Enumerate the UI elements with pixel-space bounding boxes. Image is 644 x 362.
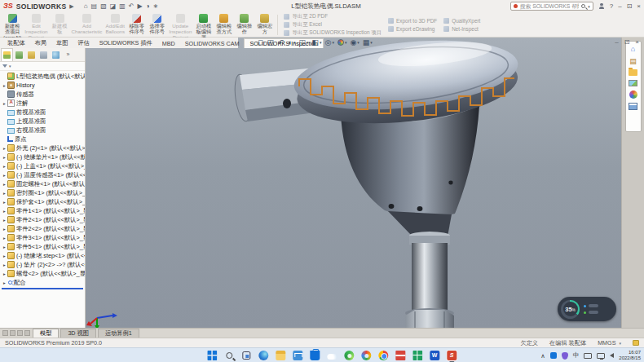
tree-item[interactable]: History: [2, 81, 85, 90]
expand-arrow-icon[interactable]: [2, 280, 7, 285]
tree-item[interactable]: 密封圈<1> (默认<<默认>_显示状: [2, 188, 85, 197]
custom-properties-icon[interactable]: [629, 103, 637, 110]
tree-item[interactable]: 零件2<2> (默认<<默认>_显示状: [2, 224, 85, 233]
apply-scene-icon[interactable]: ◉: [350, 38, 359, 46]
remove-balloons-button[interactable]: 移除零 件序号: [126, 13, 147, 37]
previous-view-icon[interactable]: ↶: [278, 38, 285, 46]
export-edrawing-button[interactable]: Export eDrawing: [388, 25, 437, 33]
tree-item[interactable]: 原点: [2, 135, 85, 143]
tree-item[interactable]: 传感器: [2, 90, 85, 99]
tag-icon[interactable]: [633, 340, 639, 346]
tree-item[interactable]: 配合: [2, 278, 85, 287]
help-search-input[interactable]: 搜索 SOLIDWORKS 帮助 ▾: [510, 2, 593, 11]
network-display-icon[interactable]: [597, 353, 605, 359]
edit-inspection-method-button[interactable]: 编辑检 查方式: [214, 13, 234, 37]
chrome-icon[interactable]: [377, 350, 389, 361]
dimxpertmanager-tab[interactable]: [37, 48, 50, 61]
tab-nav-button[interactable]: [24, 330, 30, 336]
section-view-icon[interactable]: ◐: [289, 38, 296, 46]
tree-item[interactable]: (-) 绝缘堵.step<1> (默认<<默认>_: [2, 251, 85, 260]
tree-item[interactable]: 零件3<1> (默认<<默认>_显示状: [2, 233, 85, 242]
edit-inspection-project-button[interactable]: Edit Inspection Project: [23, 13, 49, 37]
tray-app-blue-icon[interactable]: [550, 352, 557, 359]
task-view-icon[interactable]: [240, 350, 252, 361]
tray-security-shield-icon[interactable]: [562, 352, 568, 360]
ribbon-tab[interactable]: 草图: [51, 38, 73, 48]
qualityxpert-button[interactable]: QualityXpert: [443, 17, 480, 24]
ime-indicator[interactable]: 中: [573, 351, 580, 360]
doc-close-icon[interactable]: ×: [635, 38, 639, 46]
configurationmanager-tab[interactable]: [25, 48, 37, 61]
featuremanager-tab[interactable]: [1, 48, 13, 61]
zoom-fit-icon[interactable]: □: [258, 38, 263, 46]
display-settings-icon[interactable]: ◑: [146, 2, 151, 10]
edit-operation-button[interactable]: 编辑操 作: [234, 13, 254, 37]
export-2d-pdf-button[interactable]: 导出至 2D PDF: [284, 13, 382, 20]
tab-nav-button[interactable]: [17, 330, 23, 336]
expand-arrow-icon[interactable]: [2, 182, 7, 187]
tab-nav-button[interactable]: [10, 330, 15, 336]
zoom-area-icon[interactable]: ◰: [267, 38, 275, 46]
close-button[interactable]: ×: [637, 2, 641, 10]
panel-tabs-overflow[interactable]: »: [62, 48, 74, 61]
tree-item[interactable]: (-) 垫片 (2)<2> ->? (默认<<默认>_: [2, 260, 85, 269]
expand-arrow-icon[interactable]: [2, 227, 7, 232]
search-icon[interactable]: [223, 350, 235, 361]
touch-keyboard-icon[interactable]: [584, 353, 592, 359]
browser-ring-icon[interactable]: [360, 350, 372, 361]
update-inspection-project-button[interactable]: Update Inspection Project: [167, 13, 193, 37]
view-palette-icon[interactable]: [629, 80, 637, 86]
export-3d-pdf-button[interactable]: Export to 3D PDF: [388, 17, 437, 24]
tree-item[interactable]: (-) 温度传感器<1> (默认<<默认>_: [2, 170, 85, 179]
graphics-viewport[interactable]: □ ◰ ↶ ◐ ◫ ◧ ◎ ◉ ▦ 35%: [86, 38, 621, 328]
expand-arrow-icon[interactable]: [2, 209, 7, 214]
home-icon[interactable]: ⌂: [84, 2, 89, 10]
device-battery-widget[interactable]: 35%: [558, 297, 616, 321]
new-inspection-project-button[interactable]: 新建检 查项目 (amp;N): [2, 13, 23, 37]
expand-arrow-icon[interactable]: [2, 83, 7, 88]
edit-macro-button[interactable]: 编辑宏 方: [254, 13, 275, 37]
tree-item[interactable]: 零件2<1> (默认<<默认>_显示状: [2, 215, 85, 224]
minimize-button[interactable]: –: [618, 2, 621, 10]
add-edit-balloons-button[interactable]: Add/Edit Balloons: [104, 13, 126, 37]
ribbon-tab[interactable]: 评估: [73, 38, 94, 48]
print-icon[interactable]: ▥: [119, 2, 126, 10]
open-document-icon[interactable]: ▧: [100, 2, 108, 10]
ribbon-tab[interactable]: MBD: [157, 38, 180, 48]
taskbar-clock[interactable]: 16:07 2022/8/15: [619, 350, 641, 361]
display-style-icon[interactable]: ◧: [311, 38, 321, 46]
new-template-button[interactable]: 新建模 板: [50, 13, 70, 37]
expand-arrow-icon[interactable]: [2, 200, 7, 205]
tree-root-item[interactable]: L型铠装热电偶 (默认<默认_显示状态-1: [2, 72, 85, 81]
new-document-icon[interactable]: ▤: [91, 2, 99, 10]
view-orientation-icon[interactable]: ◫: [298, 38, 308, 46]
file-explorer-icon[interactable]: [629, 69, 637, 76]
document-tab[interactable]: 运动算例1: [98, 329, 139, 338]
edit-appearance-icon[interactable]: [337, 39, 347, 46]
export-sw-inspection-button[interactable]: 导出至 SOLIDWORKS Inspection 项目: [284, 29, 382, 37]
doc-restore-icon[interactable]: ⊡: [624, 38, 630, 46]
ribbon-tab[interactable]: SOLIDWORKS CAM: [180, 38, 245, 48]
rollback-bar[interactable]: [2, 288, 83, 289]
menu-expand-arrow-icon[interactable]: ▶: [69, 3, 73, 10]
undo-icon[interactable]: ↶: [129, 2, 135, 10]
displaymanager-tab[interactable]: [50, 48, 62, 61]
file-explorer-icon[interactable]: [275, 350, 286, 361]
expand-arrow-icon[interactable]: [2, 173, 7, 178]
edge-icon[interactable]: [258, 350, 269, 361]
options-gear-icon[interactable]: ∗: [153, 2, 160, 10]
expand-arrow-icon[interactable]: [2, 254, 7, 258]
store-icon[interactable]: [309, 350, 320, 361]
export-excel-button[interactable]: 导出至 Excel: [284, 21, 382, 29]
ribbon-tab[interactable]: 布局: [30, 38, 51, 48]
document-tab[interactable]: 模型: [33, 329, 59, 338]
tree-filter[interactable]: ▾: [0, 62, 85, 71]
tree-item[interactable]: 零件1<1> (默认<<默认>_显示状态: [2, 206, 85, 215]
doc-minimize-icon[interactable]: –: [615, 38, 618, 46]
cloud-app-icon[interactable]: [326, 350, 337, 361]
tree-item[interactable]: 保护套<1> (默认<<默认>_显示状: [2, 197, 85, 206]
expand-arrow-icon[interactable]: [2, 272, 7, 276]
expand-arrow-icon[interactable]: [2, 164, 7, 169]
save-icon[interactable]: ◪: [110, 2, 117, 10]
tree-item[interactable]: 零件5<1> (默认<<默认>_显示状: [2, 242, 85, 251]
